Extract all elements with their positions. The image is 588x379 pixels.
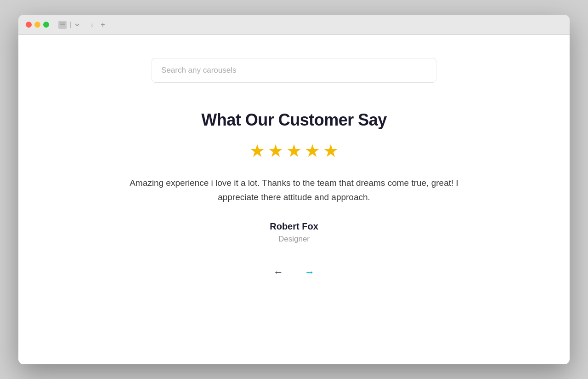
star-1: ★ — [249, 141, 265, 161]
testimonial-section: What Our Customer Say ★ ★ ★ ★ ★ Amazing … — [124, 110, 464, 282]
chevron-down-icon[interactable] — [74, 22, 80, 28]
star-3: ★ — [286, 141, 302, 161]
section-title: What Our Customer Say — [201, 110, 387, 130]
forward-button[interactable]: + — [99, 20, 107, 30]
browser-titlebar: ‹ + — [18, 15, 570, 35]
author-role: Designer — [278, 235, 310, 244]
next-button[interactable]: → — [300, 262, 320, 282]
traffic-light-red[interactable] — [26, 22, 32, 28]
star-4: ★ — [305, 141, 320, 161]
back-button[interactable]: ‹ — [89, 20, 95, 30]
titlebar-controls — [58, 21, 80, 29]
search-input[interactable] — [152, 58, 436, 83]
next-arrow-icon: → — [305, 266, 315, 278]
browser-content: What Our Customer Say ★ ★ ★ ★ ★ Amazing … — [18, 35, 570, 364]
nav-buttons: ‹ + — [89, 20, 107, 30]
traffic-light-green[interactable] — [43, 22, 49, 28]
search-container — [152, 58, 436, 83]
prev-arrow-icon: ← — [273, 266, 283, 278]
star-2: ★ — [268, 141, 283, 161]
window-icon-btn[interactable] — [58, 21, 67, 29]
review-text: Amazing experience i love it a lot. Than… — [124, 176, 464, 205]
carousel-controls: ← → — [268, 262, 320, 282]
author-name: Robert Fox — [270, 221, 318, 232]
traffic-lights — [26, 22, 49, 28]
svg-rect-0 — [60, 23, 65, 27]
stars-container: ★ ★ ★ ★ ★ — [249, 141, 339, 161]
star-5: ★ — [323, 141, 339, 161]
traffic-light-yellow[interactable] — [34, 22, 40, 28]
prev-button[interactable]: ← — [268, 262, 288, 282]
browser-window: ‹ + What Our Customer Say ★ ★ ★ ★ ★ Amaz… — [18, 15, 570, 364]
